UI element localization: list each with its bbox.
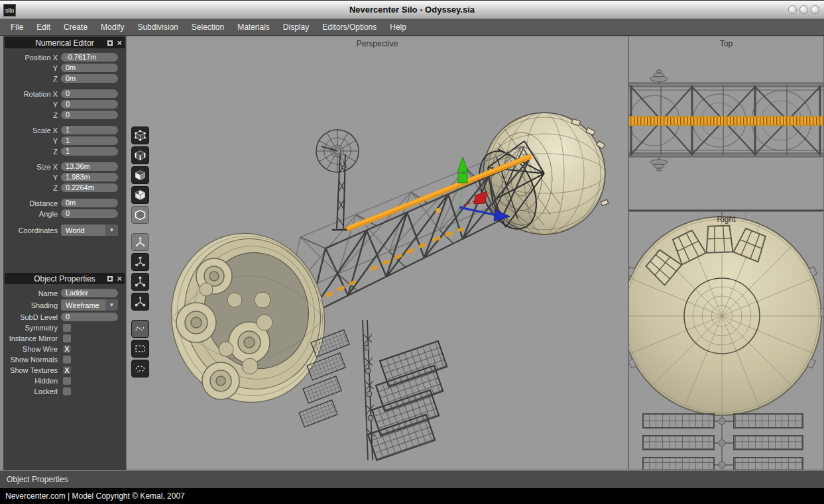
panel-close-icon[interactable]: × xyxy=(117,276,122,281)
lasso-select-icon xyxy=(134,362,147,375)
field-label: Show Textures xyxy=(5,366,61,374)
position-x-input[interactable]: -0.7617m xyxy=(61,53,118,62)
checkbox-show-textures[interactable]: X xyxy=(63,366,71,374)
paint-select-icon xyxy=(134,323,147,335)
chevron-down-icon: ▼ xyxy=(105,225,118,236)
field-label: Hidden xyxy=(5,377,61,385)
panel-detach-icon[interactable] xyxy=(107,40,113,46)
rect-select-button[interactable] xyxy=(131,340,149,358)
angle-input[interactable]: 0 xyxy=(61,209,118,218)
distance-input[interactable]: 0m xyxy=(61,199,118,207)
top-viewport[interactable]: Top xyxy=(628,36,824,210)
window-button-2[interactable] xyxy=(799,5,808,14)
subd-level-input[interactable]: 0 xyxy=(61,313,118,321)
menu-editors-options[interactable]: Editors/Options xyxy=(316,23,383,32)
edge-mode-button[interactable] xyxy=(131,146,149,164)
window-button-3[interactable] xyxy=(811,5,819,14)
name-input[interactable]: Ladder xyxy=(61,289,118,297)
numerical-editor-body: Position X-0.7617m Y0m Z0m Rotation X0 Y… xyxy=(3,48,126,238)
lasso-select-button[interactable] xyxy=(131,360,149,378)
right-viewport[interactable]: Right xyxy=(628,211,824,470)
perspective-scene xyxy=(127,36,628,470)
menu-subdivision[interactable]: Subdivision xyxy=(131,23,184,32)
gizmo-y-arrow xyxy=(457,157,468,172)
edge-mode-icon xyxy=(134,149,147,162)
multi-mode-icon xyxy=(134,189,147,201)
checkbox-hidden[interactable] xyxy=(63,377,71,385)
scale-y-input[interactable]: 1 xyxy=(61,136,118,145)
top-view-scene xyxy=(629,36,823,209)
menu-file[interactable]: File xyxy=(4,23,30,32)
app-window: silo Nevercenter Silo - Odyssey.sia File… xyxy=(0,0,824,504)
checkbox-locked[interactable] xyxy=(63,387,71,395)
habitat-front xyxy=(629,217,823,415)
rotation-y-input[interactable]: 0 xyxy=(61,100,118,109)
menu-materials[interactable]: Materials xyxy=(231,23,276,32)
menu-help[interactable]: Help xyxy=(383,23,413,32)
menu-modify[interactable]: Modify xyxy=(94,23,131,32)
universal-tool-button[interactable] xyxy=(131,293,149,311)
object-mode-icon xyxy=(134,209,147,221)
multi-mode-button[interactable] xyxy=(131,186,149,204)
checkbox-instance-mirror[interactable] xyxy=(63,334,71,342)
paint-select-button[interactable] xyxy=(131,320,149,338)
rotate-tool-icon xyxy=(134,256,147,268)
checkbox-show-normals[interactable] xyxy=(63,356,71,364)
rotate-tool-button[interactable] xyxy=(131,253,149,271)
field-label: Locked xyxy=(5,387,61,395)
face-mode-button[interactable] xyxy=(131,166,149,184)
window-button-1[interactable] xyxy=(788,5,797,14)
object-properties-header: Object Properties × xyxy=(5,273,125,284)
window-title: Nevercenter Silo - Odyssey.sia xyxy=(0,5,824,15)
object-properties-title: Object Properties xyxy=(5,274,125,283)
panel-spacer xyxy=(3,238,126,273)
rotation-z-input[interactable]: 0 xyxy=(61,111,118,119)
menu-edit[interactable]: Edit xyxy=(30,23,57,32)
left-panel-column: Numerical Editor × Position X-0.7617m Y0… xyxy=(0,36,126,470)
field-label: Y xyxy=(5,137,61,145)
menu-create[interactable]: Create xyxy=(57,23,94,32)
size-z-input[interactable]: 0.2264m xyxy=(61,183,118,192)
footer-bar: Nevercenter.com | Model Copyright © Kema… xyxy=(0,488,824,504)
menu-display[interactable]: Display xyxy=(276,23,316,32)
numerical-editor-title: Numerical Editor xyxy=(5,38,125,48)
object-mode-button[interactable] xyxy=(131,206,149,224)
checkbox-symmetry[interactable] xyxy=(63,324,71,332)
scale-x-input[interactable]: 1 xyxy=(61,126,118,134)
shading-value: Wireframe xyxy=(61,301,105,309)
vertex-mode-button[interactable] xyxy=(131,126,149,144)
scale-tool-button[interactable] xyxy=(131,273,149,291)
status-bar: Object Properties xyxy=(0,470,824,488)
move-tool-button[interactable] xyxy=(131,233,149,251)
field-label: Z xyxy=(5,111,61,119)
rotation-x-input[interactable]: 0 xyxy=(61,89,118,98)
field-label: Position X xyxy=(5,54,61,62)
perspective-viewport[interactable]: Perspective xyxy=(126,36,628,470)
scale-z-input[interactable]: 1 xyxy=(61,147,118,156)
menu-selection[interactable]: Selection xyxy=(185,23,231,32)
field-label: Show Normals xyxy=(5,356,61,364)
field-label: Y xyxy=(5,101,61,109)
field-label: Symmetry xyxy=(5,324,61,332)
size-x-input[interactable]: 13.36m xyxy=(61,162,118,171)
field-label: Size X xyxy=(5,163,61,171)
shading-select[interactable]: Wireframe ▼ xyxy=(61,299,118,311)
panel-detach-icon[interactable] xyxy=(107,276,113,281)
app-logo-icon: silo xyxy=(3,4,16,17)
size-y-input[interactable]: 1.983m xyxy=(61,173,118,181)
viewport-toolbar xyxy=(131,126,149,378)
top-truss xyxy=(629,83,823,157)
position-z-input[interactable]: 0m xyxy=(61,74,118,83)
position-y-input[interactable]: 0m xyxy=(61,64,118,72)
rect-select-icon xyxy=(134,342,147,355)
window-buttons xyxy=(788,5,819,14)
right-viewport-column: Top xyxy=(628,36,824,470)
field-label: Shading xyxy=(5,301,61,309)
menubar: File Edit Create Modify Subdivision Sele… xyxy=(0,19,824,36)
panel-close-icon[interactable]: × xyxy=(117,40,122,46)
face-mode-icon xyxy=(134,169,147,181)
checkbox-show-wire[interactable]: X xyxy=(63,345,71,353)
coordinates-select[interactable]: World ▼ xyxy=(61,225,118,236)
field-label: Instance Mirror xyxy=(5,334,61,342)
field-label: Angle xyxy=(5,210,61,218)
